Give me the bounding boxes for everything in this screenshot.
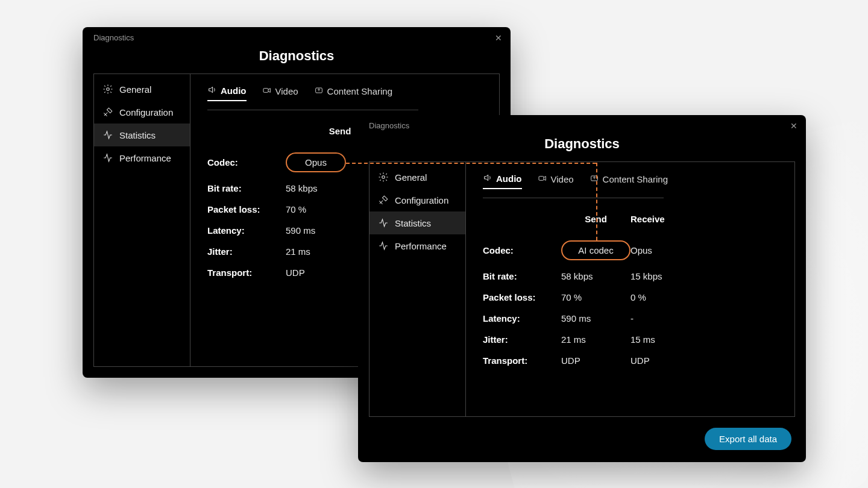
row-label: Codec: (207, 157, 286, 167)
share-screen-icon (314, 86, 324, 97)
tab-video[interactable]: Video (538, 174, 574, 189)
tab-label: Audio (496, 174, 522, 184)
row-send: AI codec (561, 240, 631, 260)
row-send: UDP (561, 355, 631, 366)
sidebar-item-label: General (119, 84, 151, 95)
sidebar-item-performance[interactable]: Performance (370, 234, 465, 257)
row-label: Packet loss: (483, 292, 561, 302)
divider (483, 198, 664, 198)
row-label: Transport: (207, 267, 286, 278)
camera-icon (262, 86, 272, 97)
activity-icon (102, 130, 113, 140)
table-row: Bit rate: 58 kbps 15 kbps (483, 266, 780, 287)
activity-icon (378, 240, 389, 251)
titlebar: Diagnostics ✕ (358, 115, 806, 133)
tab-label: Content Sharing (327, 86, 392, 96)
tab-content-sharing[interactable]: Content Sharing (314, 86, 392, 101)
svg-rect-4 (539, 177, 544, 181)
export-all-data-button[interactable]: Export all data (705, 428, 791, 450)
camera-icon (538, 174, 547, 185)
col-receive: Receive (631, 214, 697, 224)
svg-rect-1 (263, 89, 268, 93)
tab-label: Video (551, 174, 574, 184)
row-send: 590 ms (561, 313, 631, 324)
content: Audio Video Content Sharing Send Receive (466, 162, 794, 416)
content-frame: General Configuration Statistics Perform… (369, 161, 795, 417)
divider (207, 110, 418, 110)
sidebar-item-label: Performance (395, 241, 447, 251)
activity-icon (378, 217, 389, 228)
stats-table: Send Receive Codec: AI codec Opus Bit ra… (483, 214, 780, 371)
row-receive: 0 % (631, 292, 697, 302)
table-row: Packet loss: 70 % 0 % (483, 287, 780, 308)
sidebar-item-label: Configuration (395, 195, 448, 205)
close-icon[interactable]: ✕ (790, 122, 797, 130)
sidebar: General Configuration Statistics Perform… (94, 74, 190, 366)
col-send: Send (561, 214, 631, 224)
table-row: Transport: UDP UDP (483, 350, 780, 371)
codec-highlight-pill: Opus (286, 152, 346, 172)
row-label: Bit rate: (207, 183, 286, 193)
sidebar-item-performance[interactable]: Performance (94, 146, 190, 169)
row-send: 70 % (561, 292, 631, 302)
sidebar-item-general[interactable]: General (94, 78, 190, 101)
table-row: Latency: 590 ms - (483, 308, 780, 329)
row-send: 58 kbps (561, 271, 631, 281)
close-icon[interactable]: ✕ (495, 34, 502, 42)
tab-content-sharing[interactable]: Content Sharing (590, 174, 668, 189)
titlebar: Diagnostics ✕ (83, 27, 511, 45)
tab-audio[interactable]: Audio (483, 173, 522, 189)
tab-label: Content Sharing (603, 174, 668, 184)
row-receive: 15 ms (631, 334, 697, 345)
row-label: Jitter: (483, 334, 561, 345)
row-receive: Opus (631, 245, 697, 255)
row-label: Packet loss: (207, 204, 286, 214)
sidebar: General Configuration Statistics Perform… (370, 162, 466, 416)
sidebar-item-statistics[interactable]: Statistics (370, 211, 465, 234)
row-label: Latency: (483, 313, 561, 324)
sidebar-item-label: Configuration (119, 107, 173, 117)
speaker-icon (483, 173, 492, 184)
row-label: Latency: (207, 225, 286, 236)
sidebar-item-general[interactable]: General (370, 166, 465, 189)
codec-highlight-pill: AI codec (561, 240, 631, 260)
table-row: Jitter: 21 ms 15 ms (483, 329, 780, 350)
gear-icon (102, 84, 113, 95)
row-label: Bit rate: (483, 271, 561, 281)
sidebar-item-configuration[interactable]: Configuration (94, 101, 190, 124)
tools-icon (378, 195, 389, 205)
row-label: Jitter: (207, 246, 286, 257)
sidebar-item-label: Statistics (119, 130, 156, 140)
row-label: Transport: (483, 355, 561, 366)
row-receive: 15 kbps (631, 271, 697, 281)
sidebar-item-label: Statistics (395, 218, 431, 228)
svg-point-0 (107, 88, 110, 91)
titlebar-text: Diagnostics (369, 121, 409, 130)
gear-icon (378, 172, 389, 183)
svg-point-3 (382, 176, 385, 179)
activity-icon (102, 152, 113, 163)
speaker-icon (207, 85, 217, 96)
row-receive: - (631, 313, 697, 324)
tabs: Audio Video Content Sharing (207, 85, 485, 101)
row-label: Codec: (483, 245, 561, 255)
table-header: Send Receive (483, 214, 780, 224)
table-row: Codec: AI codec Opus (483, 235, 780, 266)
sidebar-item-label: Performance (119, 153, 171, 163)
sidebar-item-label: General (395, 172, 427, 183)
page-title: Diagnostics (83, 45, 511, 74)
tab-label: Audio (221, 86, 247, 96)
tab-audio[interactable]: Audio (207, 85, 247, 101)
sidebar-item-configuration[interactable]: Configuration (370, 189, 465, 211)
titlebar-text: Diagnostics (93, 33, 134, 42)
tabs: Audio Video Content Sharing (483, 173, 780, 189)
share-screen-icon (590, 174, 599, 185)
tab-video[interactable]: Video (262, 86, 298, 101)
page-title: Diagnostics (358, 133, 806, 161)
row-send: 21 ms (561, 334, 631, 345)
tools-icon (102, 107, 113, 117)
row-receive: UDP (631, 355, 697, 366)
sidebar-item-statistics[interactable]: Statistics (94, 124, 190, 146)
diagnostics-window-2: Diagnostics ✕ Diagnostics General Config… (358, 115, 806, 462)
tab-label: Video (275, 86, 298, 96)
